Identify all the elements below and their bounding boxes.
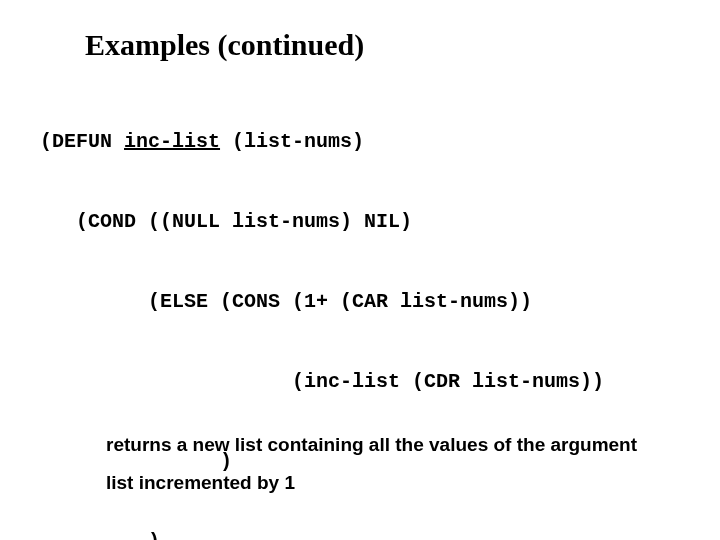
slide-title: Examples (continued) [85, 28, 364, 62]
code-line: (DEFUN inc-list (list-nums) [40, 132, 604, 152]
code-text: (DEFUN [40, 130, 124, 153]
code-line: (inc-list (CDR list-nums)) [40, 372, 604, 392]
function-name: inc-list [124, 130, 220, 153]
slide: Examples (continued) (DEFUN inc-list (li… [0, 0, 720, 540]
code-line: (ELSE (CONS (1+ (CAR list-nums)) [40, 292, 604, 312]
code-text: (list-nums) [220, 130, 364, 153]
code-line: ) [40, 532, 604, 540]
code-line: (COND ((NULL list-nums) NIL) [40, 212, 604, 232]
description-text: returns a new list containing all the va… [106, 426, 660, 502]
